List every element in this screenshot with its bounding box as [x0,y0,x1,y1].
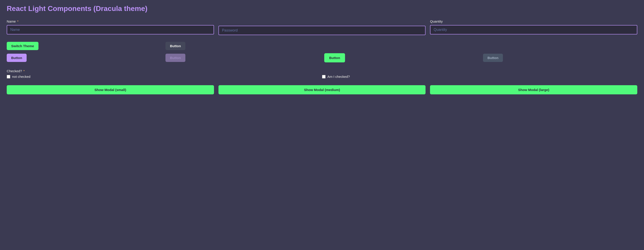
checkbox-section-label-row: Checked? * [7,69,637,73]
btn-cell-5: Button [7,53,161,62]
btn-cell-8: Button [483,53,637,62]
form-section: Name * Quantity [7,20,637,35]
page-title: React Light Components (Dracula theme) [7,4,637,13]
password-field-group [218,20,426,35]
name-label-text: Name [7,20,16,23]
buttons-container: Switch Theme Button Button Button Button… [7,42,637,62]
name-input[interactable] [7,25,214,34]
modal-buttons-row: Show Modal (small) Show Modal (medium) S… [7,85,637,94]
checkbox-2[interactable] [322,75,326,78]
button-dark-1[interactable]: Button [166,42,185,50]
name-label: Name * [7,20,214,23]
checkbox-2-label: Am I checked? [327,75,350,78]
show-modal-small-button[interactable]: Show Modal (small) [7,85,214,94]
btn-cell-6: Button [166,53,320,62]
quantity-label-text: Quantity [430,20,443,23]
btn-cell-2: Button [166,42,320,50]
btn-cell-7: Button [324,53,478,62]
button-gray-dark[interactable]: Button [483,54,503,62]
checkbox-required-star: * [22,69,24,73]
name-required-star: * [16,20,18,23]
buttons-grid: Switch Theme Button Button Button Button… [7,42,637,62]
name-field-group: Name * [7,20,214,34]
switch-theme-button[interactable]: Switch Theme [7,42,38,50]
quantity-input[interactable] [430,25,637,34]
button-purple-1[interactable]: Button [7,54,26,62]
quantity-field-group: Quantity [430,20,637,34]
checkboxes-row: not checked Am I checked? [7,75,637,78]
inputs-row: Name * Quantity [7,20,637,35]
button-purple-disabled[interactable]: Button [166,54,185,62]
btn-cell-3 [324,42,478,50]
password-input[interactable] [218,26,426,35]
show-modal-large-button[interactable]: Show Modal (large) [430,85,637,94]
btn-cell-1: Switch Theme [7,42,161,50]
checkbox-section-label: Checked? [7,69,22,73]
btn-cell-4 [483,42,637,50]
button-green-2[interactable]: Button [324,53,345,62]
quantity-label: Quantity [430,20,637,23]
checkbox-1[interactable] [7,75,10,78]
checkbox-item-2: Am I checked? [322,75,480,78]
show-modal-medium-button[interactable]: Show Modal (medium) [218,85,426,94]
checkbox-section: Checked? * not checked Am I checked? [7,69,637,78]
checkbox-item-1: not checked [7,75,164,78]
checkbox-1-label: not checked [12,75,30,78]
